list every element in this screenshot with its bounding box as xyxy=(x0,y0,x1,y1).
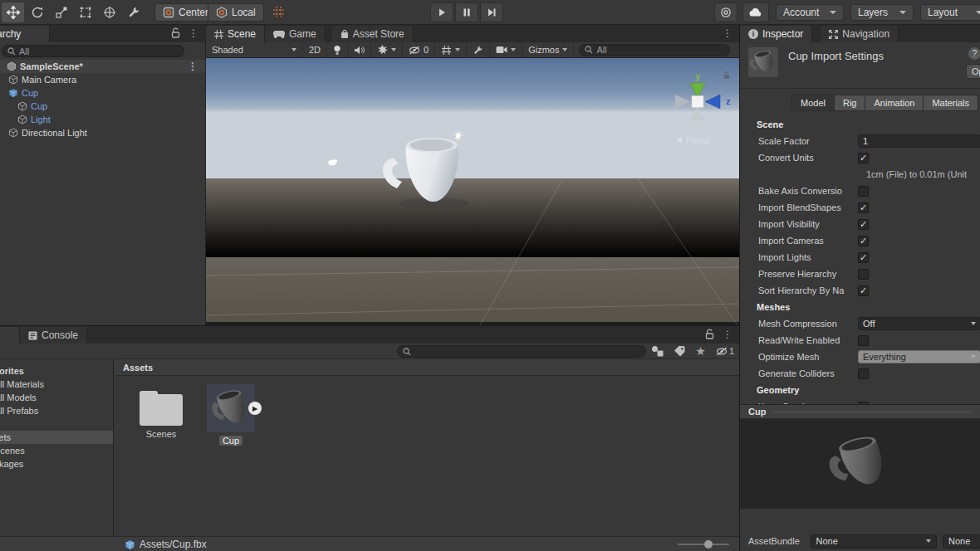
play-icon xyxy=(437,7,447,17)
tab-project[interactable]: Project xyxy=(0,327,20,344)
shading-mode-dropdown[interactable]: Shaded xyxy=(206,42,303,58)
assetbundle-variant-dropdown[interactable]: None xyxy=(943,534,980,549)
main-toolbar: Center Local Account Layers xyxy=(0,0,980,25)
rotate-tool-button[interactable] xyxy=(26,2,48,22)
sidebar-item-all-prefabs[interactable]: All Prefabs xyxy=(0,404,113,417)
sidebar-item-packages[interactable]: Packages xyxy=(0,457,113,471)
chevron-down-icon xyxy=(292,48,296,51)
lock-icon[interactable] xyxy=(171,27,180,38)
preview-header[interactable]: Cup xyxy=(740,404,980,419)
scene-search-input[interactable]: All xyxy=(579,44,730,56)
hierarchy-item-cup[interactable]: Cup xyxy=(0,100,206,113)
hierarchy-item-main-camera[interactable]: Main Camera xyxy=(0,73,206,86)
space-toggle-button[interactable]: Local xyxy=(208,3,264,22)
open-button[interactable]: Open xyxy=(966,64,980,79)
rect-tool-button[interactable] xyxy=(74,2,96,22)
model-tab-materials[interactable]: Materials xyxy=(924,95,978,111)
tab-inspector[interactable]: i Inspector xyxy=(740,26,812,42)
tool-settings-button[interactable] xyxy=(467,42,490,58)
scene-lighting-button[interactable] xyxy=(327,42,348,58)
hierarchy-item-cup[interactable]: Cup xyxy=(0,86,206,100)
thumbnail-zoom-slider[interactable] xyxy=(678,544,729,545)
preserve-hierarchy-checkbox[interactable] xyxy=(858,269,869,280)
account-dropdown[interactable]: Account xyxy=(776,4,844,21)
grid-snap-button[interactable] xyxy=(267,2,290,22)
sidebar-item-favorites[interactable]: Favorites xyxy=(0,364,113,378)
bake-axis-conversio-checkbox[interactable] xyxy=(858,186,869,197)
pause-button[interactable] xyxy=(455,2,478,22)
tab-navigation[interactable]: Navigation xyxy=(821,26,899,42)
scene-effects-dropdown[interactable] xyxy=(371,42,403,58)
scene-camera-dropdown[interactable] xyxy=(490,42,522,58)
scene-row-menu-icon[interactable]: ⋮ xyxy=(188,61,198,71)
mesh-compression-dropdown[interactable]: Off xyxy=(858,317,980,330)
import-blendshapes-checkbox[interactable]: ✓ xyxy=(858,202,869,213)
hierarchy-search-input[interactable]: All xyxy=(2,45,184,57)
tab-console[interactable]: Console xyxy=(20,327,87,344)
2d-toggle-button[interactable]: 2D xyxy=(303,42,327,58)
favorites-star-icon[interactable]: ★ xyxy=(695,344,706,358)
hierarchy-menu-icon[interactable]: ⋮ xyxy=(189,28,198,38)
axis-z-label[interactable]: z xyxy=(726,96,731,106)
move-tool-button[interactable] xyxy=(2,2,24,22)
custom-tool-button[interactable] xyxy=(122,2,145,22)
tab-game[interactable]: Game xyxy=(265,26,326,42)
scene-audio-button[interactable] xyxy=(348,42,371,58)
read-write-enabled-checkbox[interactable] xyxy=(858,335,869,346)
convert-units-checkbox[interactable]: ✓ xyxy=(858,153,869,163)
expand-asset-button[interactable]: ▶ xyxy=(248,402,262,415)
model-tab-model[interactable]: Model xyxy=(791,95,835,111)
hierarchy-item-directional-light[interactable]: Directional Light xyxy=(0,126,206,139)
scene-menu-icon[interactable]: ⋮ xyxy=(723,28,733,38)
transform-tool-button[interactable] xyxy=(98,2,120,22)
optimize-mesh-dropdown[interactable]: Everything xyxy=(858,350,980,363)
sidebar-item-scenes[interactable]: Scenes xyxy=(0,444,113,457)
sidebar-item-all-materials[interactable]: All Materials xyxy=(0,378,113,391)
scene-visibility-button[interactable]: 0 xyxy=(403,42,435,58)
step-button[interactable] xyxy=(480,2,503,22)
scene-grid-dropdown[interactable] xyxy=(435,42,467,58)
sort-hierarchy-by-na-checkbox[interactable]: ✓ xyxy=(858,285,869,296)
tab-scene[interactable]: Scene xyxy=(206,26,265,42)
preview-canvas[interactable] xyxy=(740,419,980,509)
project-hidden-count-button[interactable]: 1 xyxy=(716,346,734,356)
project-menu-icon[interactable]: ⋮ xyxy=(723,329,733,339)
help-icon[interactable]: ? xyxy=(968,47,980,60)
axis-y-label[interactable]: y xyxy=(695,71,701,81)
filter-by-label-icon[interactable] xyxy=(674,346,685,357)
filter-by-type-icon[interactable] xyxy=(651,345,664,357)
gizmos-dropdown[interactable]: Gizmos xyxy=(522,42,574,58)
gameobject-cube-icon xyxy=(17,115,27,124)
model-tab-animation[interactable]: Animation xyxy=(865,95,924,111)
hierarchy-item-light[interactable]: Light xyxy=(0,113,206,126)
import-cameras-checkbox[interactable]: ✓ xyxy=(858,236,869,246)
preview-drag-handle[interactable] xyxy=(772,411,973,413)
version-control-button[interactable] xyxy=(714,2,737,22)
sidebar-item-assets[interactable]: Assets xyxy=(0,431,113,444)
zoom-slider-thumb[interactable] xyxy=(704,540,713,549)
assetbundle-dropdown[interactable]: None xyxy=(811,534,938,549)
play-button[interactable] xyxy=(430,2,453,22)
scale-factor-field[interactable]: 1 xyxy=(858,134,980,148)
navigation-icon xyxy=(829,30,838,39)
layout-dropdown[interactable]: Layout xyxy=(920,4,980,21)
asset-item-scenes[interactable]: Scenes xyxy=(131,384,191,446)
scene-viewport[interactable]: y z Persp xyxy=(206,58,739,325)
sidebar-item-all-models[interactable]: All Models xyxy=(0,391,113,404)
tab-asset-store[interactable]: Asset Store xyxy=(332,26,414,42)
tab-hierarchy[interactable]: Hierarchy xyxy=(0,26,50,42)
import-settings-tabs: ModelRigAnimationMaterials xyxy=(791,95,978,111)
import-lights-checkbox[interactable]: ✓ xyxy=(858,252,869,263)
field-label: Scale Factor xyxy=(758,136,858,146)
generate-colliders-checkbox[interactable] xyxy=(858,368,869,379)
gizmo-center-cube[interactable] xyxy=(692,96,703,108)
cloud-services-button[interactable] xyxy=(742,2,769,22)
asset-item-cup[interactable]: ▶Cup xyxy=(201,384,261,446)
layers-dropdown[interactable]: Layers xyxy=(850,4,914,21)
import-visibility-checkbox[interactable]: ✓ xyxy=(858,219,869,230)
model-tab-rig[interactable]: Rig xyxy=(835,95,866,111)
hierarchy-scene-row[interactable]: SampleScene* ⋮ xyxy=(0,60,206,73)
scale-tool-button[interactable] xyxy=(50,2,72,22)
lock-icon[interactable] xyxy=(705,329,714,339)
project-search-input[interactable] xyxy=(397,345,646,358)
